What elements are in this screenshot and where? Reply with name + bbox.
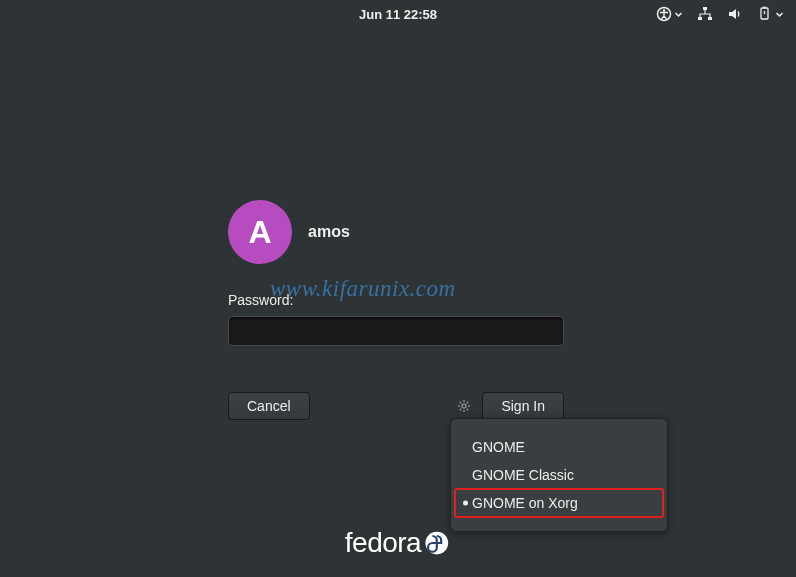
fedora-mark-icon	[423, 529, 451, 557]
system-status-area	[656, 6, 784, 22]
session-menu: GNOME GNOME Classic GNOME on Xorg	[450, 418, 668, 532]
power-icon	[757, 6, 773, 22]
button-row: Cancel Sign In	[228, 392, 564, 420]
top-bar: Jun 11 22:58	[0, 0, 796, 28]
network-icon[interactable]	[697, 6, 713, 22]
session-item-gnome-classic[interactable]: GNOME Classic	[451, 461, 667, 489]
fedora-logo: fedora	[345, 527, 451, 559]
svg-point-1	[663, 9, 666, 12]
session-item-label: GNOME on Xorg	[472, 495, 578, 511]
login-panel: A amos Password: Cancel Sign In	[228, 200, 564, 420]
session-item-gnome[interactable]: GNOME	[451, 433, 667, 461]
clock: Jun 11 22:58	[359, 7, 437, 22]
selected-bullet-icon	[463, 501, 468, 506]
svg-rect-2	[703, 7, 707, 10]
user-row: A amos	[228, 200, 564, 264]
sign-in-button[interactable]: Sign In	[482, 392, 564, 420]
distro-name: fedora	[345, 527, 421, 559]
svg-rect-6	[764, 7, 766, 9]
svg-rect-3	[698, 17, 702, 20]
session-item-gnome-xorg[interactable]: GNOME on Xorg	[455, 489, 663, 517]
accessibility-menu[interactable]	[656, 6, 683, 22]
avatar: A	[228, 200, 292, 264]
cancel-button[interactable]: Cancel	[228, 392, 310, 420]
power-menu[interactable]	[757, 6, 784, 22]
volume-icon[interactable]	[727, 6, 743, 22]
svg-point-7	[462, 404, 466, 408]
chevron-down-icon	[674, 10, 683, 19]
session-item-label: GNOME	[472, 439, 525, 455]
username-label: amos	[308, 223, 350, 241]
password-input[interactable]	[228, 316, 564, 346]
accessibility-icon	[656, 6, 672, 22]
chevron-down-icon	[775, 10, 784, 19]
session-options-button[interactable]	[456, 398, 472, 414]
password-label: Password:	[228, 292, 564, 308]
svg-rect-4	[708, 17, 712, 20]
gear-icon	[456, 398, 472, 414]
session-item-label: GNOME Classic	[472, 467, 574, 483]
